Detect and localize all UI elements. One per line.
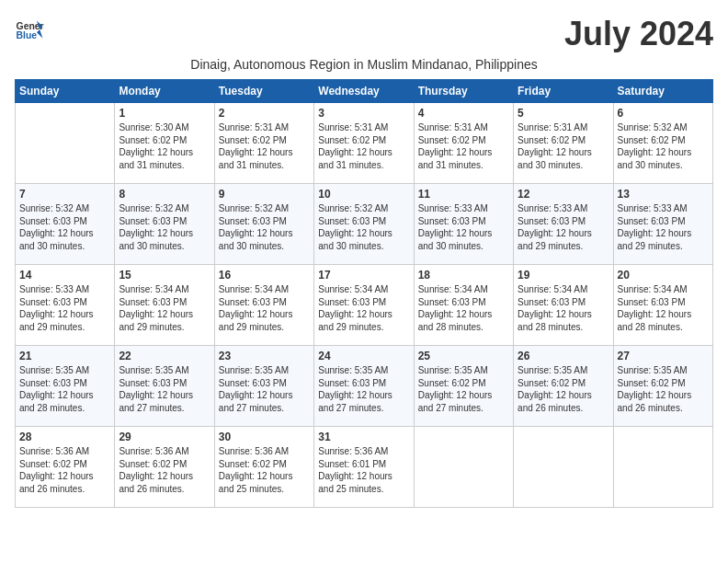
calendar-cell: 24Sunrise: 5:35 AM Sunset: 6:03 PM Dayli…: [314, 346, 414, 427]
day-info: Sunrise: 5:32 AM Sunset: 6:03 PM Dayligh…: [19, 202, 110, 252]
calendar-cell: 29Sunrise: 5:36 AM Sunset: 6:02 PM Dayli…: [115, 427, 214, 508]
header-thursday: Thursday: [414, 80, 513, 103]
day-info: Sunrise: 5:34 AM Sunset: 6:03 PM Dayligh…: [518, 283, 609, 333]
day-info: Sunrise: 5:31 AM Sunset: 6:02 PM Dayligh…: [418, 121, 509, 171]
day-info: Sunrise: 5:31 AM Sunset: 6:02 PM Dayligh…: [219, 121, 310, 171]
day-number: 23: [219, 350, 310, 362]
header-monday: Monday: [115, 80, 214, 103]
day-number: 24: [318, 350, 409, 362]
week-row-1: 1Sunrise: 5:30 AM Sunset: 6:02 PM Daylig…: [16, 103, 713, 184]
calendar-cell: 14Sunrise: 5:33 AM Sunset: 6:03 PM Dayli…: [16, 265, 115, 346]
day-number: 21: [19, 350, 110, 362]
calendar-cell: 1Sunrise: 5:30 AM Sunset: 6:02 PM Daylig…: [115, 103, 214, 184]
day-number: 12: [518, 188, 609, 201]
day-number: 11: [418, 188, 509, 201]
calendar-cell: 25Sunrise: 5:35 AM Sunset: 6:02 PM Dayli…: [414, 346, 513, 427]
calendar-cell: 15Sunrise: 5:34 AM Sunset: 6:03 PM Dayli…: [115, 265, 214, 346]
day-info: Sunrise: 5:33 AM Sunset: 6:03 PM Dayligh…: [518, 202, 609, 252]
day-info: Sunrise: 5:36 AM Sunset: 6:02 PM Dayligh…: [119, 445, 210, 495]
calendar-cell: 11Sunrise: 5:33 AM Sunset: 6:03 PM Dayli…: [414, 184, 513, 265]
subtitle: Dinaig, Autonomous Region in Muslim Mind…: [15, 57, 713, 72]
day-info: Sunrise: 5:32 AM Sunset: 6:03 PM Dayligh…: [318, 202, 409, 252]
week-row-3: 14Sunrise: 5:33 AM Sunset: 6:03 PM Dayli…: [16, 265, 713, 346]
day-number: 31: [318, 431, 409, 443]
day-number: 6: [618, 107, 709, 120]
calendar-cell: 17Sunrise: 5:34 AM Sunset: 6:03 PM Dayli…: [314, 265, 414, 346]
day-number: 18: [418, 269, 509, 282]
day-number: 20: [618, 269, 709, 282]
day-number: 4: [418, 107, 509, 120]
day-number: 2: [219, 107, 310, 120]
logo-icon: General Blue: [15, 15, 44, 44]
calendar-cell: 21Sunrise: 5:35 AM Sunset: 6:03 PM Dayli…: [16, 346, 115, 427]
calendar-cell: [514, 427, 613, 508]
header-sunday: Sunday: [16, 80, 115, 103]
day-number: 14: [19, 269, 110, 282]
day-info: Sunrise: 5:32 AM Sunset: 6:03 PM Dayligh…: [119, 202, 210, 252]
day-info: Sunrise: 5:35 AM Sunset: 6:03 PM Dayligh…: [19, 364, 110, 414]
header-top: General Blue July 2024: [15, 15, 713, 53]
calendar-cell: 26Sunrise: 5:35 AM Sunset: 6:02 PM Dayli…: [514, 346, 613, 427]
calendar-cell: 18Sunrise: 5:34 AM Sunset: 6:03 PM Dayli…: [414, 265, 513, 346]
day-info: Sunrise: 5:35 AM Sunset: 6:02 PM Dayligh…: [618, 364, 709, 414]
day-info: Sunrise: 5:34 AM Sunset: 6:03 PM Dayligh…: [219, 283, 310, 333]
calendar-cell: 5Sunrise: 5:31 AM Sunset: 6:02 PM Daylig…: [514, 103, 613, 184]
calendar-cell: 4Sunrise: 5:31 AM Sunset: 6:02 PM Daylig…: [414, 103, 513, 184]
day-info: Sunrise: 5:32 AM Sunset: 6:03 PM Dayligh…: [219, 202, 310, 252]
calendar-cell: 28Sunrise: 5:36 AM Sunset: 6:02 PM Dayli…: [16, 427, 115, 508]
week-row-5: 28Sunrise: 5:36 AM Sunset: 6:02 PM Dayli…: [16, 427, 713, 508]
day-info: Sunrise: 5:34 AM Sunset: 6:03 PM Dayligh…: [318, 283, 409, 333]
calendar-cell: 8Sunrise: 5:32 AM Sunset: 6:03 PM Daylig…: [115, 184, 214, 265]
day-number: 29: [119, 431, 210, 443]
day-info: Sunrise: 5:35 AM Sunset: 6:03 PM Dayligh…: [219, 364, 310, 414]
week-row-4: 21Sunrise: 5:35 AM Sunset: 6:03 PM Dayli…: [16, 346, 713, 427]
day-number: 17: [318, 269, 409, 282]
header-tuesday: Tuesday: [214, 80, 313, 103]
calendar-cell: 3Sunrise: 5:31 AM Sunset: 6:02 PM Daylig…: [314, 103, 414, 184]
calendar-cell: 7Sunrise: 5:32 AM Sunset: 6:03 PM Daylig…: [16, 184, 115, 265]
day-number: 25: [418, 350, 509, 362]
calendar-cell: 22Sunrise: 5:35 AM Sunset: 6:03 PM Dayli…: [115, 346, 214, 427]
day-number: 8: [119, 188, 210, 201]
day-info: Sunrise: 5:35 AM Sunset: 6:02 PM Dayligh…: [418, 364, 509, 414]
day-info: Sunrise: 5:31 AM Sunset: 6:02 PM Dayligh…: [318, 121, 409, 171]
header-wednesday: Wednesday: [314, 80, 414, 103]
day-info: Sunrise: 5:36 AM Sunset: 6:02 PM Dayligh…: [19, 445, 110, 495]
day-number: 15: [119, 269, 210, 282]
day-info: Sunrise: 5:36 AM Sunset: 6:01 PM Dayligh…: [318, 445, 409, 495]
day-info: Sunrise: 5:34 AM Sunset: 6:03 PM Dayligh…: [618, 283, 709, 333]
calendar-cell: [414, 427, 513, 508]
svg-text:Blue: Blue: [17, 30, 38, 40]
day-number: 1: [119, 107, 210, 120]
day-info: Sunrise: 5:33 AM Sunset: 6:03 PM Dayligh…: [19, 283, 110, 333]
calendar-cell: 27Sunrise: 5:35 AM Sunset: 6:02 PM Dayli…: [613, 346, 712, 427]
day-number: 22: [119, 350, 210, 362]
day-number: 19: [518, 269, 609, 282]
calendar-cell: 13Sunrise: 5:33 AM Sunset: 6:03 PM Dayli…: [613, 184, 712, 265]
day-info: Sunrise: 5:30 AM Sunset: 6:02 PM Dayligh…: [119, 121, 210, 171]
day-info: Sunrise: 5:31 AM Sunset: 6:02 PM Dayligh…: [518, 121, 609, 171]
day-number: 10: [318, 188, 409, 201]
day-number: 13: [618, 188, 709, 201]
calendar-cell: 10Sunrise: 5:32 AM Sunset: 6:03 PM Dayli…: [314, 184, 414, 265]
day-number: 26: [518, 350, 609, 362]
day-info: Sunrise: 5:35 AM Sunset: 6:03 PM Dayligh…: [318, 364, 409, 414]
day-info: Sunrise: 5:33 AM Sunset: 6:03 PM Dayligh…: [418, 202, 509, 252]
calendar-table: SundayMondayTuesdayWednesdayThursdayFrid…: [15, 79, 713, 508]
calendar-cell: 2Sunrise: 5:31 AM Sunset: 6:02 PM Daylig…: [214, 103, 313, 184]
header-friday: Friday: [514, 80, 613, 103]
day-info: Sunrise: 5:35 AM Sunset: 6:02 PM Dayligh…: [518, 364, 609, 414]
calendar-cell: 31Sunrise: 5:36 AM Sunset: 6:01 PM Dayli…: [314, 427, 414, 508]
day-info: Sunrise: 5:34 AM Sunset: 6:03 PM Dayligh…: [119, 283, 210, 333]
calendar-cell: 16Sunrise: 5:34 AM Sunset: 6:03 PM Dayli…: [214, 265, 313, 346]
calendar-cell: [16, 103, 115, 184]
week-row-2: 7Sunrise: 5:32 AM Sunset: 6:03 PM Daylig…: [16, 184, 713, 265]
calendar-cell: 9Sunrise: 5:32 AM Sunset: 6:03 PM Daylig…: [214, 184, 313, 265]
month-title: July 2024: [564, 15, 713, 53]
day-number: 27: [618, 350, 709, 362]
header-saturday: Saturday: [613, 80, 712, 103]
day-number: 28: [19, 431, 110, 443]
day-number: 3: [318, 107, 409, 120]
day-info: Sunrise: 5:33 AM Sunset: 6:03 PM Dayligh…: [618, 202, 709, 252]
calendar-cell: 23Sunrise: 5:35 AM Sunset: 6:03 PM Dayli…: [214, 346, 313, 427]
